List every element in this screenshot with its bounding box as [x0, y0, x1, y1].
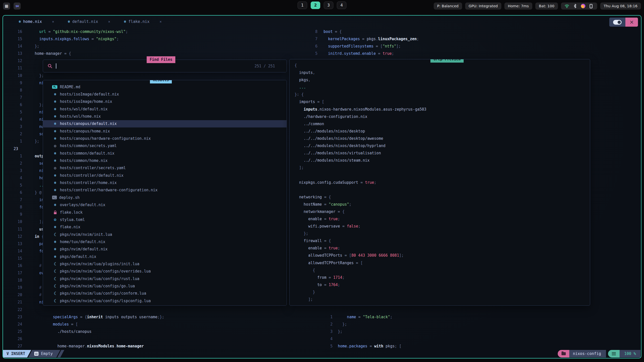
result-item[interactable]: ❄hosts/controller/home.nix — [43, 179, 287, 186]
result-item[interactable]: ❄hosts/isoImage/home.nix — [43, 98, 287, 105]
code-line[interactable]: 10 }; — [4, 72, 164, 79]
workspace-1[interactable]: 1 — [298, 2, 307, 9]
result-item[interactable]: ❄hosts/isoImage/default.nix — [43, 90, 287, 98]
code-line[interactable]: hostName = "canopus"; — [295, 201, 590, 208]
code-line[interactable]: { — [295, 267, 590, 274]
code-line[interactable]: ../../modules/nixos/steam.nix — [295, 157, 590, 164]
result-item[interactable]: ❄pkgs/default.nix — [43, 253, 287, 260]
code-line[interactable]: ]; — [295, 164, 590, 171]
code-line[interactable]: enable = true; — [295, 245, 590, 252]
code-line[interactable]: ./hardware-configuration.nix — [295, 113, 590, 120]
code-line[interactable]: allowedTCPPortRanges = [ — [295, 259, 590, 267]
result-item[interactable]: ☾pkgs/nvim/nvim/lua/configs/rust.lua — [43, 275, 287, 282]
code-line[interactable]: 16 url = "github:nix-community/nixos-wsl… — [4, 28, 164, 35]
tab-default.nix[interactable]: ❄default.nix× — [68, 19, 110, 24]
window-close-button[interactable]: × — [625, 18, 638, 27]
network-icon[interactable] — [565, 4, 570, 9]
result-item[interactable]: ❄overlays/default.nix — [43, 201, 287, 209]
tab-close-icon[interactable]: × — [52, 20, 54, 24]
launcher-button[interactable]: ▦ — [3, 3, 10, 10]
result-item[interactable]: ⚙hosts/common/secrets.yaml — [43, 142, 287, 150]
code-line[interactable]: }: { — [295, 91, 590, 98]
code-line[interactable]: 2 }; — [289, 321, 401, 328]
result-item[interactable]: ❄hosts/canopus/default.nix — [43, 120, 287, 127]
result-item[interactable]: ❄hosts/controller/hardware-configuration… — [43, 187, 287, 194]
result-item[interactable]: ❄hosts/common/default.nix — [43, 150, 287, 157]
result-item[interactable]: M↓README.md — [43, 83, 287, 90]
code-line[interactable]: 5home.packages = with pkgs; [ — [289, 343, 401, 350]
code-line[interactable] — [295, 186, 590, 194]
code-line[interactable]: 22 — [4, 306, 164, 313]
result-item[interactable]: ❄home/tux/default.nix — [43, 238, 287, 245]
code-line[interactable]: { — [295, 62, 590, 69]
code-line[interactable]: firewall = { — [295, 237, 590, 245]
code-line[interactable] — [295, 171, 590, 179]
code-line[interactable]: 8 boot = { — [289, 28, 419, 35]
result-item[interactable]: ❄hosts/canopus/home.nix — [43, 127, 287, 135]
bluetooth-icon[interactable] — [573, 4, 578, 9]
result-item[interactable]: ⚙hosts/controller/secrets.yaml — [43, 164, 287, 172]
terminal-app-button[interactable]: $W — [14, 3, 21, 10]
result-item[interactable]: ❄hosts/controller/default.nix — [43, 172, 287, 179]
code-line[interactable]: 1 name = "Tela-black"; — [289, 313, 401, 321]
result-item[interactable]: ⚙stylua.toml — [43, 216, 287, 223]
result-item[interactable]: ☾pkgs/nvim/nvim/lua/configs/conform.lua — [43, 290, 287, 297]
result-item[interactable]: ☾pkgs/nvim/nvim/init.lua — [43, 231, 287, 238]
tab-close-icon[interactable]: × — [108, 20, 110, 24]
code-line[interactable]: 23 specialArgs = {inherit inputs outputs… — [4, 313, 164, 321]
code-line[interactable]: 13home-manager = { — [4, 50, 164, 57]
tab-flake.nix[interactable]: ❄flake.nix× — [124, 19, 162, 24]
code-line[interactable]: 4 — [289, 335, 401, 343]
result-item[interactable]: ☾pkgs/nvim/nvim/lua/configs/go.lua — [43, 282, 287, 290]
code-line[interactable]: networking = { — [295, 194, 590, 201]
code-line[interactable]: allowedTCPPorts = [80 443 3000 6666 8081… — [295, 252, 590, 259]
code-line[interactable]: imports = [ — [295, 98, 590, 106]
tab-home.nix[interactable]: ❄home.nix× — [19, 19, 54, 24]
result-item[interactable]: ❄hosts/wsl/default.nix — [43, 105, 287, 113]
code-line[interactable]: } — [295, 289, 590, 296]
code-line[interactable]: networkmanager = { — [295, 208, 590, 215]
code-line[interactable]: ../../modules/nixos/desktop — [295, 128, 590, 135]
code-line[interactable]: 6 supportedFilesystems = ["ntfs"]; — [289, 43, 419, 50]
code-line[interactable]: ../common — [295, 120, 590, 128]
code-line[interactable]: ../../modules/nixos/virtualisation — [295, 150, 590, 157]
code-line[interactable]: from = 1714; — [295, 274, 590, 281]
code-line[interactable]: 26 — [4, 335, 164, 343]
result-item[interactable]: >_deploy.sh — [43, 194, 287, 201]
code-line[interactable]: 5 initrd.systemd.enable = true; — [289, 50, 419, 57]
result-item[interactable]: ☾pkgs/nvim/nvim/lua/configs/overrides.lu… — [43, 268, 287, 275]
phone-icon[interactable] — [589, 4, 594, 9]
code-line[interactable]: 7 kernelPackages = pkgs.linuxPackages_ze… — [289, 35, 419, 43]
code-line[interactable]: to = 1764; — [295, 281, 590, 289]
code-line[interactable]: 14}; — [4, 43, 164, 50]
code-line[interactable]: }; — [295, 230, 590, 237]
code-line[interactable]: enable = true; — [295, 215, 590, 223]
workspace-3[interactable]: 3 — [324, 2, 333, 9]
tab-close-icon[interactable]: × — [159, 20, 162, 24]
result-item[interactable]: ❄hosts/common/home.nix — [43, 157, 287, 164]
result-item[interactable]: ❄pkgs/nvim/default.nix — [43, 246, 287, 253]
code-line[interactable]: ../../modules/nixos/desktop/hyprland — [295, 142, 590, 150]
code-line[interactable]: 27 home-manager.nixosModules.home-manage… — [4, 343, 164, 350]
code-line[interactable]: ../../modules/nixos/desktop/awesome — [295, 135, 590, 142]
workspace-4[interactable]: 4 — [337, 2, 346, 9]
code-line[interactable]: 3}; — [289, 328, 401, 335]
workspace-2[interactable]: 2 — [311, 2, 320, 9]
result-item[interactable]: ❄hosts/wsl/home.nix — [43, 113, 287, 120]
code-line[interactable]: ]; — [295, 296, 590, 303]
code-line[interactable]: inputs.nixos-hardware.nixosModules.asus-… — [295, 106, 590, 113]
result-item[interactable]: flake.lock — [43, 209, 287, 216]
code-line[interactable]: 24 modules = [ — [4, 321, 164, 328]
code-line[interactable]: wifi.powersave = false; — [295, 223, 590, 230]
code-line[interactable]: nixpkgs.config.cudaSupport = true; — [295, 179, 590, 186]
code-line[interactable]: pkgs, — [295, 76, 590, 84]
result-item[interactable]: ❄flake.nix — [43, 223, 287, 231]
result-item[interactable]: ☾pkgs/nvim/nvim/lua/configs/lspconfig.lu… — [43, 297, 287, 304]
result-item[interactable]: ☾pkgs/nvim/nvim/lua/plugins/init.lua — [43, 260, 287, 267]
code-line[interactable]: ... — [295, 84, 590, 91]
result-item[interactable]: ❄hosts/canopus/hardware-configuration.ni… — [43, 135, 287, 142]
vpn-icon[interactable] — [581, 4, 586, 9]
code-line[interactable]: inputs, — [295, 69, 590, 76]
code-line[interactable]: 15 inputs.nixpkgs.follows = "nixpkgs"; — [4, 35, 164, 43]
window-toggle-button[interactable] — [609, 18, 625, 27]
